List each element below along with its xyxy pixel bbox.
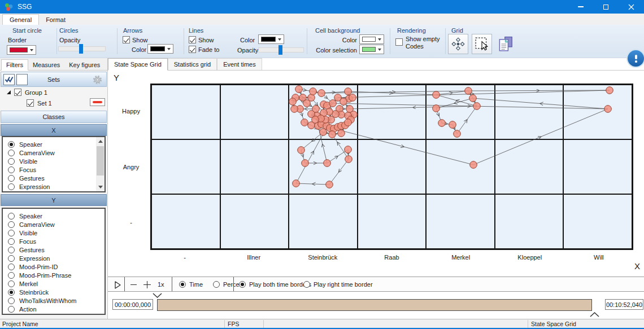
border-color-dropdown[interactable] (7, 45, 36, 55)
scroll-down-button[interactable] (96, 183, 105, 191)
lines-show-checkbox[interactable] (189, 36, 196, 43)
sets-title: Sets (47, 76, 60, 83)
classes-header[interactable]: Classes (1, 111, 107, 123)
set-color-button[interactable] (90, 98, 105, 106)
maximize-button[interactable] (593, 0, 619, 14)
slider-thumb[interactable] (79, 44, 83, 54)
tab-key-figures[interactable]: Key figures (64, 60, 105, 70)
scrollbar-thumb[interactable] (97, 146, 104, 176)
slower-button[interactable] (128, 279, 140, 291)
plus-icon (143, 281, 151, 288)
radio-option-mood-prim-phrase[interactable]: Mood-Prim-Phrase (3, 271, 105, 279)
radio-option-gestures[interactable]: Gestures (3, 245, 105, 254)
minus-icon (130, 284, 137, 286)
left-range-marker-icon[interactable] (153, 293, 162, 299)
select-region-button[interactable] (472, 34, 492, 54)
radio-option-merkel[interactable]: Merkel (3, 279, 105, 288)
circles-opacity-slider[interactable] (58, 44, 106, 54)
group-checkbox[interactable] (14, 89, 21, 96)
ribbon-tab-general[interactable]: General (2, 14, 39, 25)
radio-option-mood-prim-id[interactable]: Mood-Prim-ID (3, 262, 105, 271)
uncheck-all-sets-button[interactable] (16, 74, 28, 85)
sets-group-row[interactable]: Group 1 (7, 89, 47, 96)
radio-label: Mood-Prim-Phrase (19, 272, 71, 279)
radio-option-speaker[interactable]: Speaker (3, 212, 105, 220)
radio-icon (8, 264, 15, 270)
time-radio[interactable]: Time (179, 281, 203, 288)
grid-cell-Will-Happy (563, 85, 632, 139)
gear-icon[interactable] (92, 74, 103, 85)
slider-thumb[interactable] (279, 45, 282, 55)
chevron-down-icon (278, 38, 281, 41)
lines-color-dropdown[interactable] (258, 34, 284, 44)
right-range-marker-icon[interactable] (590, 312, 599, 317)
radio-label: Focus (19, 238, 36, 245)
radio-option-focus[interactable]: Focus (3, 165, 96, 174)
timeline-bar[interactable] (157, 299, 592, 311)
grid-cell-Illner-Happy (220, 85, 289, 139)
right-time-input[interactable]: 00:10:52,040 (605, 299, 643, 310)
move-grid-button[interactable] (448, 34, 468, 54)
radio-option-gestures[interactable]: Gestures (3, 174, 96, 182)
lines-color-label: Color (240, 37, 255, 43)
x-axis-list: SpeakerCameraViewVisibleFocusGesturesExp… (3, 140, 96, 191)
info-badge[interactable] (626, 49, 644, 68)
separator (224, 320, 225, 328)
arrows-color-swatch (150, 46, 165, 51)
radio-option-expression[interactable]: Expression (3, 254, 105, 262)
move-icon (451, 37, 465, 51)
arrows-color-dropdown[interactable] (147, 44, 173, 54)
radio-option-steinbr-ck[interactable]: Steinbrück (3, 288, 105, 296)
arrows-show-checkbox[interactable] (123, 36, 130, 43)
group-separator (307, 28, 307, 54)
status-fps: FPS (228, 321, 239, 327)
tab-event-times[interactable]: Event times (217, 58, 262, 70)
lines-fade-checkbox[interactable] (189, 46, 196, 53)
radio-icon (8, 183, 15, 190)
close-button[interactable] (619, 0, 644, 14)
check-all-sets-button[interactable] (3, 74, 15, 85)
ssg-grid (150, 84, 633, 250)
radio-option-whotalkswithwhom[interactable]: WhoTalksWithWhom (3, 296, 105, 305)
radio-option-visible[interactable]: Visible (3, 157, 96, 165)
tab-filters[interactable]: Filters (1, 59, 28, 71)
radio-option-action[interactable]: Action (3, 305, 105, 313)
show-empty-codes-checkbox[interactable] (395, 38, 403, 46)
minimize-button[interactable] (568, 0, 593, 14)
left-time-input[interactable]: 00:00:00,000 (112, 299, 153, 310)
radio-icon (8, 158, 15, 165)
scroll-up-button[interactable] (96, 137, 105, 146)
radio-label: Speaker (19, 141, 42, 148)
tab-state-space-grid[interactable]: State Space Grid (108, 58, 168, 71)
set-checkbox[interactable] (27, 99, 34, 107)
radio-icon (8, 221, 15, 228)
sets-set-row[interactable]: Set 1 (27, 99, 52, 107)
radio-option-visible[interactable]: Visible (3, 229, 105, 237)
play-button[interactable] (111, 279, 123, 291)
lines-opacity-label: Opacity (237, 47, 258, 54)
lines-opacity-slider[interactable] (258, 45, 304, 55)
ribbon-tab-format[interactable]: Format (39, 15, 72, 25)
radio-option-cameraview[interactable]: CameraView (3, 148, 96, 157)
cellbg-color-dropdown[interactable] (359, 34, 384, 44)
copy-grid-button[interactable] (495, 34, 516, 54)
radio-option-cameraview[interactable]: CameraView (3, 220, 105, 229)
play-right-border-radio[interactable]: Play right time border (303, 281, 373, 288)
tab-measures[interactable]: Measures (28, 60, 64, 70)
radio-option-expression[interactable]: Expression (3, 182, 96, 191)
cellbg-selection-dropdown[interactable] (359, 45, 384, 54)
radio-icon (8, 289, 15, 296)
tab-statistics-grid[interactable]: Statistics grid (168, 58, 217, 70)
radio-option-speaker[interactable]: Speaker (3, 140, 96, 148)
x-axis-header: X (1, 124, 107, 136)
radio-icon (8, 255, 15, 262)
set-label: Set 1 (37, 100, 52, 107)
group-title-start-circle: Start circle (12, 27, 42, 34)
set-color-swatch (93, 101, 102, 103)
faster-button[interactable] (141, 279, 153, 291)
play-both-borders-radio[interactable]: Play both time borders (239, 281, 311, 288)
radio-label: Gestures (19, 247, 45, 253)
radio-option-focus[interactable]: Focus (3, 237, 105, 245)
expander-icon[interactable] (7, 90, 11, 94)
x-list-scrollbar[interactable] (96, 137, 105, 191)
